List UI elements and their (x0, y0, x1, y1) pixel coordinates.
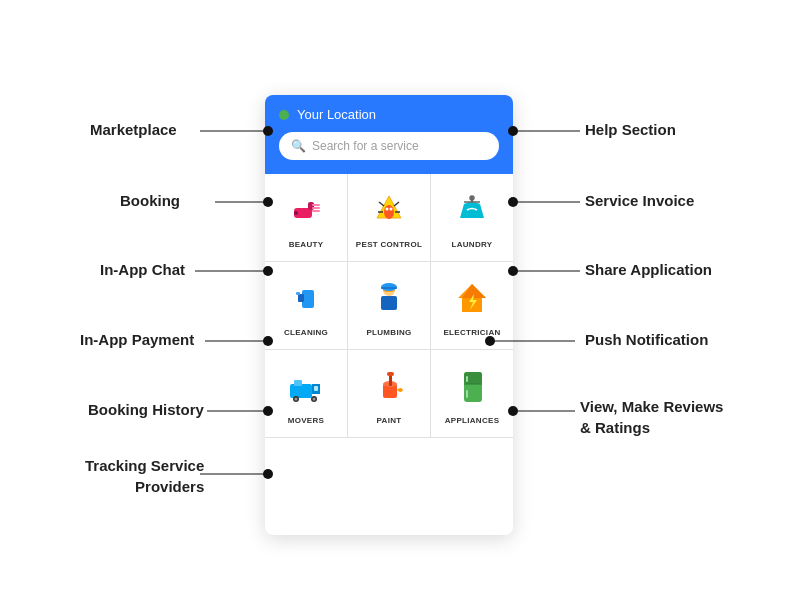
paint-label: PAINT (377, 416, 402, 425)
service-item-laundry[interactable]: LAUNDRY (431, 174, 513, 261)
search-icon: 🔍 (291, 139, 306, 153)
booking-history-label: Booking History (88, 401, 204, 418)
tracking-label: Tracking ServiceProviders (85, 455, 204, 497)
svg-point-21 (318, 295, 320, 297)
cleaning-icon (282, 274, 330, 322)
beauty-label: BEAUTY (289, 240, 324, 249)
svg-point-7 (384, 205, 394, 219)
electrician-label: ELECTRICIAN (443, 328, 500, 337)
service-item-movers[interactable]: MOVERS (265, 350, 348, 437)
movers-icon (282, 362, 330, 410)
svg-rect-19 (296, 292, 300, 295)
beauty-icon (282, 186, 330, 234)
cleaning-label: CLEANING (284, 328, 328, 337)
service-item-electrician[interactable]: ELECTRICIAN (431, 262, 513, 349)
svg-point-37 (313, 398, 316, 401)
search-placeholder: Search for a service (312, 139, 419, 153)
in-app-payment-label: In-App Payment (80, 331, 194, 348)
laundry-label: LAUNDRY (452, 240, 493, 249)
plumbing-icon (365, 274, 413, 322)
electrician-icon (448, 274, 496, 322)
svg-rect-5 (312, 210, 320, 212)
pest-control-label: PEST CONTROL (356, 240, 422, 249)
plumbing-label: PLUMBING (366, 328, 411, 337)
service-row-3: MOVERS PAINT (265, 350, 513, 438)
laundry-icon (448, 186, 496, 234)
svg-rect-24 (381, 296, 397, 310)
phone-body: BEAUTY PEST CONTROL (265, 174, 513, 438)
header-top: Your Location (279, 107, 499, 122)
location-label: Your Location (297, 107, 376, 122)
service-item-plumbing[interactable]: PLUMBING (348, 262, 431, 349)
marketplace-label: Marketplace (90, 121, 177, 138)
svg-rect-31 (290, 384, 312, 398)
svg-line-11 (394, 202, 399, 206)
push-notification-label: Push Notification (585, 331, 708, 348)
svg-rect-45 (466, 376, 468, 382)
appliances-icon (448, 362, 496, 410)
svg-point-2 (294, 211, 298, 215)
svg-point-8 (386, 208, 389, 211)
service-row-2: CLEANING PLUMBING (265, 262, 513, 350)
paint-icon (365, 362, 413, 410)
svg-rect-46 (466, 390, 468, 398)
phone-mockup: Your Location 🔍 Search for a service (265, 95, 513, 535)
location-dot (279, 110, 289, 120)
service-item-appliances[interactable]: APPLIANCES (431, 350, 513, 437)
pest-control-icon (365, 186, 413, 234)
svg-point-9 (390, 208, 393, 211)
appliances-label: APPLIANCES (445, 416, 500, 425)
svg-point-20 (315, 299, 318, 302)
service-item-beauty[interactable]: BEAUTY (265, 174, 348, 261)
svg-rect-42 (387, 372, 394, 376)
svg-rect-38 (294, 380, 302, 386)
service-item-cleaning[interactable]: CLEANING (265, 262, 348, 349)
share-application-label: Share Application (585, 261, 712, 278)
svg-line-10 (379, 202, 384, 206)
svg-rect-18 (298, 294, 304, 302)
booking-label: Booking (120, 192, 180, 209)
search-bar[interactable]: 🔍 Search for a service (279, 132, 499, 160)
svg-point-22 (317, 302, 319, 304)
movers-label: MOVERS (288, 416, 324, 425)
service-item-paint[interactable]: PAINT (348, 350, 431, 437)
service-item-pest-control[interactable]: PEST CONTROL (348, 174, 431, 261)
service-row-1: BEAUTY PEST CONTROL (265, 174, 513, 262)
service-invoice-label: Service Invoice (585, 192, 694, 209)
svg-point-35 (295, 398, 298, 401)
svg-rect-3 (312, 204, 320, 206)
in-app-chat-label: In-App Chat (100, 261, 185, 278)
svg-rect-4 (312, 207, 320, 209)
svg-rect-33 (314, 386, 318, 391)
view-reviews-label: View, Make Reviews& Ratings (580, 396, 723, 438)
phone-header: Your Location 🔍 Search for a service (265, 95, 513, 174)
svg-rect-27 (381, 287, 397, 289)
help-section-label: Help Section (585, 121, 676, 138)
